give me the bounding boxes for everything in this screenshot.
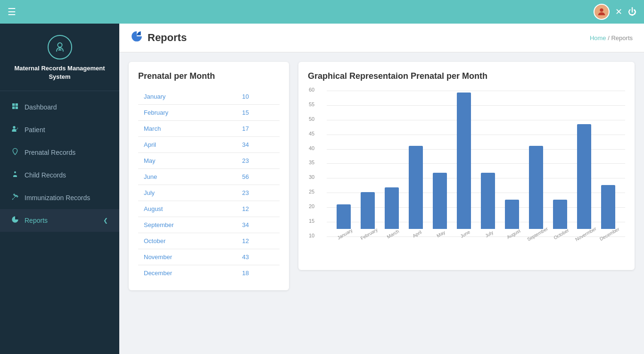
svg-point-6: [13, 126, 15, 128]
month-cell: December: [138, 265, 236, 281]
main-layout: Maternal Records Management System Dashb…: [0, 24, 644, 354]
value-cell: 15: [236, 105, 280, 121]
sidebar-item-prenatal[interactable]: Prenatal Records: [0, 141, 119, 164]
month-cell: July: [138, 185, 236, 201]
sidebar-item-child[interactable]: Child Records: [0, 164, 119, 186]
table-row: February15: [138, 105, 280, 121]
close-icon[interactable]: ✕: [615, 7, 622, 17]
value-cell: 23: [236, 185, 280, 201]
value-cell: 12: [236, 233, 280, 249]
svg-rect-3: [16, 103, 18, 106]
sidebar-logo: Maternal Records Management System: [0, 24, 119, 91]
table-row: September34: [138, 217, 280, 233]
sidebar-nav: Dashboard Patient Prenatal Records Child…: [0, 91, 119, 236]
power-icon[interactable]: ⏻: [628, 7, 636, 17]
bar-label: May: [436, 229, 446, 238]
value-cell: 17: [236, 121, 280, 137]
bar[interactable]: [529, 146, 543, 229]
child-icon: [11, 170, 19, 180]
value-cell: 34: [236, 137, 280, 153]
svg-point-7: [14, 171, 16, 173]
table-row: November43: [138, 249, 280, 265]
sidebar-item-label: Reports: [25, 217, 48, 224]
y-axis-label: 45: [309, 131, 314, 136]
bar-label: March: [386, 228, 400, 239]
bar[interactable]: [337, 204, 351, 229]
value-cell: 10: [236, 89, 280, 105]
table-row: December18: [138, 265, 280, 281]
bar[interactable]: [457, 93, 471, 229]
prenatal-icon: [11, 148, 19, 157]
table-row: March17: [138, 121, 280, 137]
prenatal-table: January10February15March17April34May23Ju…: [138, 89, 280, 281]
table-row: June56: [138, 169, 280, 185]
topbar-right: ✕ ⏻: [594, 4, 636, 20]
month-cell: February: [138, 105, 236, 121]
value-cell: 34: [236, 217, 280, 233]
svg-rect-5: [16, 107, 18, 109]
sidebar-item-dashboard[interactable]: Dashboard: [0, 96, 119, 118]
app-title: Maternal Records Management System: [8, 64, 112, 81]
table-card-title: Prenatal per Month: [138, 71, 280, 81]
table-row: August12: [138, 201, 280, 217]
svg-point-0: [600, 8, 603, 12]
bar-label: August: [506, 228, 521, 240]
y-axis-label: 30: [309, 174, 314, 180]
topbar-left: ☰: [8, 6, 16, 17]
bar-label: January: [336, 228, 353, 240]
reports-icon: [11, 216, 19, 225]
sidebar-item-patient[interactable]: Patient: [0, 118, 119, 141]
month-cell: September: [138, 217, 236, 233]
sidebar-item-label: Immunization Records: [25, 194, 90, 202]
table-row: April34: [138, 137, 280, 153]
content-header: Reports Home / Reports: [119, 24, 644, 52]
month-cell: August: [138, 201, 236, 217]
bar[interactable]: [385, 187, 399, 229]
page-title-icon: [131, 30, 143, 45]
table-row: July23: [138, 185, 280, 201]
page-title: Reports: [148, 32, 187, 44]
bar-label: June: [460, 229, 471, 239]
bar[interactable]: [409, 146, 423, 229]
sidebar-item-label: Patient: [25, 126, 45, 134]
bar[interactable]: [553, 200, 567, 229]
breadcrumb-home[interactable]: Home: [590, 34, 606, 42]
bar-group: September: [524, 146, 548, 237]
value-cell: 56: [236, 169, 280, 185]
table-row: May23: [138, 153, 280, 169]
logo-icon: [48, 35, 72, 59]
y-axis-label: 15: [309, 218, 314, 224]
bar[interactable]: [361, 192, 375, 229]
bar-chart: 6055504540353025201510 JanuaryFebruaryMa…: [308, 91, 625, 261]
y-axis-label: 50: [309, 116, 314, 122]
value-cell: 43: [236, 249, 280, 265]
bar[interactable]: [481, 173, 495, 229]
y-axis-label: 35: [309, 160, 314, 165]
bar-group: March: [380, 187, 404, 237]
sidebar-item-label: Dashboard: [25, 103, 57, 111]
month-cell: April: [138, 137, 236, 153]
month-cell: June: [138, 169, 236, 185]
immunization-icon: [11, 193, 19, 202]
sidebar-item-reports[interactable]: Reports ❮: [0, 209, 119, 232]
chart-title: Graphical Representaion Prenatal per Mon…: [308, 71, 625, 81]
dashboard-icon: [11, 102, 19, 112]
avatar[interactable]: [594, 4, 610, 20]
bar-label: October: [553, 228, 570, 240]
y-axis-label: 55: [309, 101, 314, 107]
bar-group: Novermber: [572, 124, 596, 237]
bar-group: December: [596, 185, 620, 237]
breadcrumb-current: Reports: [611, 34, 633, 42]
bar[interactable]: [505, 200, 519, 229]
y-axis-label: 20: [309, 203, 314, 209]
bar[interactable]: [601, 185, 615, 229]
bar-group: August: [500, 200, 524, 237]
y-axis-label: 60: [309, 87, 314, 93]
breadcrumb: Home / Reports: [590, 34, 633, 42]
hamburger-icon[interactable]: ☰: [8, 6, 16, 17]
value-cell: 23: [236, 153, 280, 169]
svg-rect-2: [12, 103, 15, 106]
bar[interactable]: [433, 173, 447, 229]
bar[interactable]: [577, 124, 591, 229]
sidebar-item-immunization[interactable]: Immunization Records: [0, 186, 119, 209]
